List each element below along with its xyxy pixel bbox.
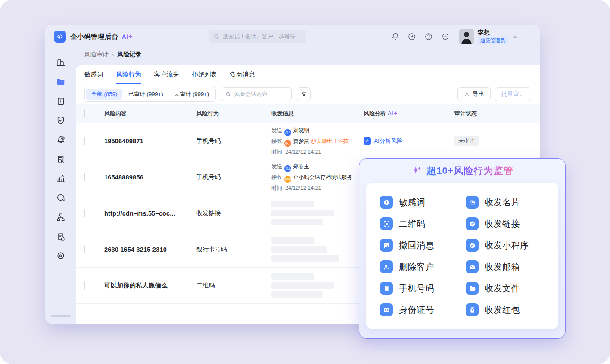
sidebar-item-shield-check[interactable] <box>56 116 65 125</box>
sidebar-item-chat-search[interactable] <box>56 193 65 203</box>
col-risk-analysis: 风险分析 Ai✦ <box>364 110 454 117</box>
id-card-icon <box>380 303 393 316</box>
row-checkbox[interactable] <box>84 173 85 181</box>
user-block[interactable]: 李想 超级管理员 <box>478 29 508 44</box>
sidebar-item-audit-doc[interactable] <box>56 154 65 164</box>
breadcrumb-parent[interactable]: 风险审计 <box>84 51 109 59</box>
row-checkbox[interactable] <box>84 281 85 290</box>
tab-reject-list[interactable]: 拒绝列表 <box>192 65 217 84</box>
risk-content-search-input[interactable]: 风险会话内容 <box>221 87 292 101</box>
mail-icon <box>466 260 479 273</box>
risk-behavior: 二维码 <box>196 282 271 290</box>
promo-grid: 敏感词 收发名片 二维码 收发链接 撤回消息 <box>366 183 558 329</box>
col-audit-status: 审计状态 <box>454 110 531 117</box>
tab-risk-behavior[interactable]: 风险行为 <box>116 65 141 84</box>
loading-skeleton <box>271 201 364 225</box>
tab-sensitive-words[interactable]: 敏感词 <box>84 65 103 84</box>
segment-all[interactable]: 全部 (859) <box>86 89 122 100</box>
sidebar-item-notebook-alert[interactable] <box>56 96 65 106</box>
qr-code-icon <box>380 217 393 230</box>
promo-header: 超10+风险行为监管 <box>359 159 565 183</box>
risk-content-search-placeholder: 风险会话内容 <box>234 90 268 98</box>
sync-icon[interactable] <box>441 32 450 41</box>
row-checkbox[interactable] <box>84 209 85 217</box>
promo-item: 敏感词 <box>380 194 466 210</box>
loading-skeleton <box>271 237 364 262</box>
sidebar-item-analytics[interactable] <box>56 174 65 183</box>
delete-customer-icon <box>380 260 393 273</box>
send-receive-info: 发送:员工刘晓明 接收:客户贾梦露 @安徽电子科技 时间: 24/12/12 1… <box>271 126 364 156</box>
risk-content: 2630 1654 3215 2310 <box>104 246 196 253</box>
global-search-input[interactable]: 搜索员工会话、客户、群聊等 <box>209 30 306 43</box>
chevron-up-icon[interactable] <box>513 35 517 38</box>
ai-sparkle-badge: Ai✦ <box>388 110 398 117</box>
top-bar: 企小码管理后台 Ai✦ 搜索员工会话、客户、群聊等 李想 超级管理员 <box>45 25 540 48</box>
breadcrumb: 风险审计 › 风险记录 <box>84 51 141 59</box>
promo-item: 手机号码 <box>380 281 466 296</box>
help-icon[interactable] <box>424 32 433 41</box>
col-risk-content: 风险内容 <box>104 110 196 117</box>
risk-behavior: 手机号码 <box>196 137 271 145</box>
filter-bar: 全部 (859) 已审计 (999+) 未审计 (999+) 风险会话内容 导出 <box>76 84 540 104</box>
tab-bar: 敏感词 风险行为 客户流失 拒绝列表 负面消息 <box>76 65 540 84</box>
loading-skeleton <box>271 273 364 298</box>
segment-audited[interactable]: 已审计 (999+) <box>123 89 168 100</box>
col-send-receive-info: 收发信息 <box>271 110 364 117</box>
sidebar-item-alert-bell[interactable] <box>56 135 65 145</box>
global-search-placeholder: 搜索员工会话、客户、群聊等 <box>223 33 296 40</box>
name-card-icon <box>466 196 479 209</box>
risk-behavior: 收发链接 <box>196 210 271 217</box>
sidebar-item-doc-lock[interactable] <box>56 232 65 241</box>
export-button[interactable]: 导出 <box>458 87 491 101</box>
app-ai-badge: Ai✦ <box>122 33 133 40</box>
filter-button[interactable] <box>297 87 311 101</box>
segment-unaudited[interactable]: 未审计 (999+) <box>169 89 215 100</box>
file-icon <box>466 282 479 295</box>
sidebar-item-company[interactable] <box>56 58 65 67</box>
funnel-icon <box>301 91 307 98</box>
tab-negative-messages[interactable]: 负面消息 <box>230 65 255 84</box>
promo-item: 收发名片 <box>466 194 551 210</box>
select-all-checkbox[interactable] <box>84 109 85 117</box>
row-checkbox[interactable] <box>84 137 85 145</box>
row-checkbox[interactable] <box>84 245 85 253</box>
promo-item: 收发小程序 <box>466 238 551 253</box>
sidebar-item-risk-records[interactable] <box>56 77 65 86</box>
promo-item: 身份证号 <box>380 302 466 318</box>
red-packet-icon <box>466 303 479 316</box>
avatar[interactable] <box>459 29 474 44</box>
breadcrumb-separator-icon: › <box>112 52 114 58</box>
mini-program-icon <box>466 239 479 252</box>
risk-behavior: 银行卡号码 <box>196 246 271 253</box>
receiver-org: @安徽电子科技 <box>311 138 349 144</box>
table-header: 风险内容 风险行为 收发信息 风险分析 Ai✦ 审计状态 <box>76 104 540 123</box>
group-badge: 群聊 <box>284 176 291 183</box>
filter-actions: 导出 批量审计 <box>458 87 531 101</box>
app-logo-icon <box>54 31 66 43</box>
compass-icon[interactable] <box>408 32 416 41</box>
batch-audit-button[interactable]: 批量审计 <box>495 87 531 101</box>
risk-content: http://cdn–ms.55–coc... <box>104 210 196 217</box>
topbar-divider <box>454 31 454 42</box>
user-name: 李想 <box>478 29 508 36</box>
risk-content: 16548889856 <box>104 174 196 181</box>
sidebar-item-settings[interactable] <box>56 251 65 261</box>
audit-filter-segmented-control: 全部 (859) 已审计 (999+) 未审计 (999+) <box>84 87 216 102</box>
tab-customer-churn[interactable]: 客户流失 <box>154 65 179 84</box>
sidebar-item-org-structure[interactable] <box>56 213 65 222</box>
customer-badge: 客户 <box>284 140 291 147</box>
risk-content: 19506409871 <box>104 138 196 145</box>
ai-analysis-link[interactable]: AI分析风险 <box>364 137 454 145</box>
table-row[interactable]: 19506409871 手机号码 发送:员工刘晓明 接收:客户贾梦露 @安徽电子… <box>76 123 540 159</box>
employee-badge: 员工 <box>284 129 291 136</box>
page-canvas: 企小码管理后台 Ai✦ 搜索员工会话、客户、群聊等 李想 超级管理员 <box>0 0 610 364</box>
promo-item: 收发链接 <box>466 216 551 231</box>
page-title: 风险记录 <box>117 51 141 59</box>
export-label: 导出 <box>473 90 484 98</box>
notification-bell-icon[interactable] <box>391 32 400 41</box>
link-icon <box>466 217 479 230</box>
download-icon <box>464 91 470 97</box>
promo-item: 收发红包 <box>466 302 551 318</box>
sidebar-collapse-handle[interactable] <box>51 315 71 317</box>
ai-analysis-icon <box>364 137 371 145</box>
